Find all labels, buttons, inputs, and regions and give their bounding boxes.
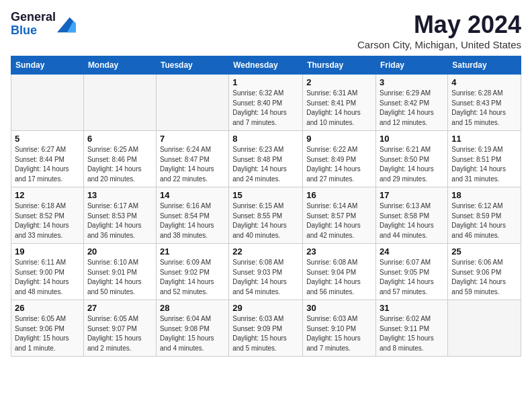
day-number: 9 [306,134,372,144]
calendar-cell: 2Sunrise: 6:31 AMSunset: 8:41 PMDaylight… [303,75,376,131]
header-day-friday: Friday [376,56,448,75]
calendar-week-row: 1Sunrise: 6:32 AMSunset: 8:40 PMDaylight… [11,75,521,131]
day-number: 11 [451,134,517,144]
day-info: Sunrise: 6:28 AMSunset: 8:43 PMDaylight:… [451,89,517,128]
calendar-cell: 15Sunrise: 6:15 AMSunset: 8:55 PMDayligh… [229,187,303,244]
day-number: 27 [87,303,152,313]
calendar-cell: 7Sunrise: 6:24 AMSunset: 8:47 PMDaylight… [156,131,228,187]
day-number: 13 [87,190,152,200]
day-info: Sunrise: 6:18 AMSunset: 8:52 PMDaylight:… [15,201,80,240]
calendar-cell: 21Sunrise: 6:09 AMSunset: 9:02 PMDayligh… [156,244,228,300]
calendar-cell: 17Sunrise: 6:13 AMSunset: 8:58 PMDayligh… [376,187,448,244]
day-number: 23 [306,246,372,257]
day-info: Sunrise: 6:05 AMSunset: 9:07 PMDaylight:… [87,314,152,353]
calendar-title: May 2024 [357,11,521,39]
day-number: 10 [380,134,444,144]
calendar-header-row: SundayMondayTuesdayWednesdayThursdayFrid… [11,56,521,75]
calendar-cell: 29Sunrise: 6:03 AMSunset: 9:09 PMDayligh… [229,300,303,357]
day-info: Sunrise: 6:02 AMSunset: 9:11 PMDaylight:… [380,314,444,353]
day-info: Sunrise: 6:25 AMSunset: 8:46 PMDaylight:… [87,145,152,184]
day-number: 18 [451,190,517,200]
logo-general-text: General [11,11,56,24]
calendar-cell: 1Sunrise: 6:32 AMSunset: 8:40 PMDaylight… [229,75,303,131]
calendar-cell: 10Sunrise: 6:21 AMSunset: 8:50 PMDayligh… [376,131,448,187]
calendar-cell: 30Sunrise: 6:03 AMSunset: 9:10 PMDayligh… [303,300,376,357]
calendar-subtitle: Carson City, Michigan, United States [357,39,521,50]
day-info: Sunrise: 6:07 AMSunset: 9:05 PMDaylight:… [380,258,444,297]
calendar-cell: 28Sunrise: 6:04 AMSunset: 9:08 PMDayligh… [156,300,228,357]
calendar-cell: 31Sunrise: 6:02 AMSunset: 9:11 PMDayligh… [376,300,448,357]
calendar-cell: 18Sunrise: 6:12 AMSunset: 8:59 PMDayligh… [448,187,521,244]
header-day-saturday: Saturday [448,56,521,75]
day-number: 19 [15,246,80,257]
calendar-cell [448,300,521,357]
day-info: Sunrise: 6:27 AMSunset: 8:44 PMDaylight:… [15,145,80,184]
day-info: Sunrise: 6:22 AMSunset: 8:49 PMDaylight:… [306,145,372,184]
day-number: 24 [380,246,444,257]
day-number: 31 [380,303,444,313]
title-block: May 2024 Carson City, Michigan, United S… [357,11,521,50]
day-number: 26 [15,303,80,313]
header-day-tuesday: Tuesday [156,56,228,75]
calendar-cell: 14Sunrise: 6:16 AMSunset: 8:54 PMDayligh… [156,187,228,244]
day-number: 21 [160,246,225,257]
day-number: 15 [232,190,299,200]
day-number: 2 [306,77,372,87]
day-number: 3 [380,77,444,87]
day-info: Sunrise: 6:03 AMSunset: 9:10 PMDaylight:… [306,314,372,353]
day-info: Sunrise: 6:04 AMSunset: 9:08 PMDaylight:… [160,314,225,353]
header-day-thursday: Thursday [303,56,376,75]
day-number: 14 [160,190,225,200]
day-info: Sunrise: 6:15 AMSunset: 8:55 PMDaylight:… [232,201,299,240]
calendar-cell: 4Sunrise: 6:28 AMSunset: 8:43 PMDaylight… [448,75,521,131]
day-number: 7 [160,134,225,144]
calendar-week-row: 12Sunrise: 6:18 AMSunset: 8:52 PMDayligh… [11,187,521,244]
page-header: General Blue May 2024 Carson City, Michi… [11,11,521,50]
header-day-monday: Monday [83,56,156,75]
day-info: Sunrise: 6:32 AMSunset: 8:40 PMDaylight:… [232,89,299,128]
day-number: 8 [232,134,299,144]
day-info: Sunrise: 6:11 AMSunset: 9:00 PMDaylight:… [15,258,80,297]
calendar-cell: 22Sunrise: 6:08 AMSunset: 9:03 PMDayligh… [229,244,303,300]
day-number: 29 [232,303,299,313]
day-number: 1 [232,77,299,87]
day-info: Sunrise: 6:10 AMSunset: 9:01 PMDaylight:… [87,258,152,297]
logo-icon [57,15,76,34]
calendar-cell: 8Sunrise: 6:23 AMSunset: 8:48 PMDaylight… [229,131,303,187]
calendar-cell: 5Sunrise: 6:27 AMSunset: 8:44 PMDaylight… [11,131,84,187]
calendar-cell: 6Sunrise: 6:25 AMSunset: 8:46 PMDaylight… [83,131,156,187]
day-info: Sunrise: 6:06 AMSunset: 9:06 PMDaylight:… [451,258,517,297]
day-number: 5 [15,134,80,144]
day-info: Sunrise: 6:09 AMSunset: 9:02 PMDaylight:… [160,258,225,297]
logo: General Blue [11,11,76,38]
calendar-cell: 25Sunrise: 6:06 AMSunset: 9:06 PMDayligh… [448,244,521,300]
calendar-cell: 9Sunrise: 6:22 AMSunset: 8:49 PMDaylight… [303,131,376,187]
header-day-sunday: Sunday [11,56,84,75]
day-number: 20 [87,246,152,257]
calendar-cell [156,75,228,131]
day-info: Sunrise: 6:17 AMSunset: 8:53 PMDaylight:… [87,201,152,240]
day-number: 28 [160,303,225,313]
day-info: Sunrise: 6:08 AMSunset: 9:04 PMDaylight:… [306,258,372,297]
day-info: Sunrise: 6:31 AMSunset: 8:41 PMDaylight:… [306,89,372,128]
calendar-cell: 13Sunrise: 6:17 AMSunset: 8:53 PMDayligh… [83,187,156,244]
calendar-week-row: 19Sunrise: 6:11 AMSunset: 9:00 PMDayligh… [11,244,521,300]
day-number: 30 [306,303,372,313]
calendar-cell: 3Sunrise: 6:29 AMSunset: 8:42 PMDaylight… [376,75,448,131]
calendar-cell [83,75,156,131]
calendar-cell: 26Sunrise: 6:05 AMSunset: 9:06 PMDayligh… [11,300,84,357]
day-info: Sunrise: 6:16 AMSunset: 8:54 PMDaylight:… [160,201,225,240]
day-info: Sunrise: 6:14 AMSunset: 8:57 PMDaylight:… [306,201,372,240]
logo-blue-text: Blue [11,24,56,38]
day-info: Sunrise: 6:24 AMSunset: 8:47 PMDaylight:… [160,145,225,184]
calendar-cell: 16Sunrise: 6:14 AMSunset: 8:57 PMDayligh… [303,187,376,244]
day-number: 25 [451,246,517,257]
header-day-wednesday: Wednesday [229,56,303,75]
day-number: 16 [306,190,372,200]
day-info: Sunrise: 6:05 AMSunset: 9:06 PMDaylight:… [15,314,80,353]
day-info: Sunrise: 6:13 AMSunset: 8:58 PMDaylight:… [380,201,444,240]
day-info: Sunrise: 6:23 AMSunset: 8:48 PMDaylight:… [232,145,299,184]
day-info: Sunrise: 6:08 AMSunset: 9:03 PMDaylight:… [232,258,299,297]
calendar-cell: 11Sunrise: 6:19 AMSunset: 8:51 PMDayligh… [448,131,521,187]
calendar-week-row: 5Sunrise: 6:27 AMSunset: 8:44 PMDaylight… [11,131,521,187]
